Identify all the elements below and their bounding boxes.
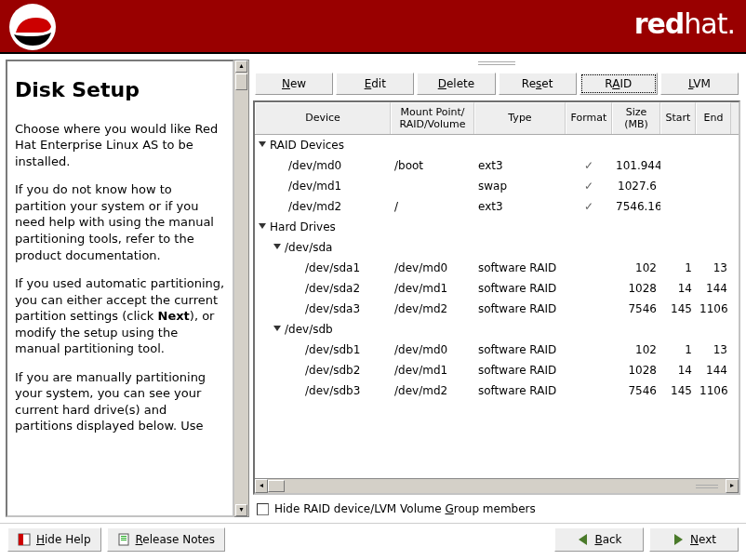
h-gripper[interactable] — [688, 479, 726, 493]
cell: 1106 — [696, 302, 731, 315]
table-row[interactable]: /dev/sdb2/dev/md1software RAID102814144 — [255, 360, 739, 380]
cell: 145 — [660, 384, 696, 397]
hide-members-checkbox[interactable] — [257, 503, 269, 515]
cell: 7546.16 — [612, 200, 660, 213]
svg-rect-4 — [121, 536, 127, 537]
table-body[interactable]: RAID Devices/dev/md0/bootext3✓101.944/de… — [255, 135, 739, 478]
col-device[interactable]: Device — [255, 102, 391, 134]
expand-icon[interactable] — [273, 244, 281, 249]
tree-group[interactable]: Hard Drives — [255, 217, 739, 237]
col-type[interactable]: Type — [474, 102, 566, 134]
table-row[interactable]: /dev/md2/ext3✓7546.16 — [255, 196, 739, 217]
tree-group[interactable]: /dev/sda — [255, 237, 739, 258]
cell: ✓ — [566, 180, 612, 193]
pane-gripper[interactable] — [253, 60, 740, 67]
cell: 1028 — [612, 282, 660, 295]
cell: /dev/md0 — [391, 343, 474, 356]
cell: software RAID — [474, 261, 566, 274]
table-row[interactable]: /dev/sda1/dev/md0software RAID102113 — [255, 258, 739, 278]
table-row[interactable]: /dev/sdb1/dev/md0software RAID102113 — [255, 340, 739, 360]
cell: software RAID — [474, 282, 566, 295]
col-start[interactable]: Start — [660, 102, 696, 134]
edit-button[interactable]: Edit — [336, 73, 414, 95]
cell: ✓ — [566, 159, 612, 172]
svg-rect-6 — [121, 540, 127, 540]
cell: 1027.6 — [612, 180, 660, 193]
svg-rect-2 — [19, 534, 23, 545]
cell: software RAID — [474, 364, 566, 377]
help-title: Disk Setup — [15, 76, 225, 104]
col-format[interactable]: Format — [566, 102, 612, 134]
cell: /dev/sda3 — [255, 302, 391, 315]
cell: 102 — [612, 261, 660, 274]
next-button[interactable]: Next — [649, 527, 739, 552]
hide-help-icon — [18, 533, 31, 546]
reset-button[interactable]: Reset — [499, 73, 577, 95]
svg-rect-5 — [121, 538, 127, 539]
tree-group[interactable]: /dev/sdb — [255, 319, 739, 340]
cell: 1 — [660, 261, 696, 274]
table-row[interactable]: /dev/sda3/dev/md2software RAID7546145110… — [255, 299, 739, 319]
raid-button[interactable]: RAID — [579, 73, 658, 95]
cell: 1 — [660, 343, 696, 356]
cell: 14 — [660, 282, 696, 295]
cell: software RAID — [474, 384, 566, 397]
col-end[interactable]: End — [696, 102, 731, 134]
cell: 13 — [696, 343, 731, 356]
cell: 7546 — [612, 384, 660, 397]
h-scroll-thumb[interactable] — [268, 480, 285, 492]
help-paragraph: If you do not know how to partition your… — [15, 181, 225, 263]
tree-group[interactable]: RAID Devices — [255, 135, 739, 155]
col-mount[interactable]: Mount Point/ RAID/Volume — [391, 102, 474, 134]
table-row[interactable]: /dev/sdb3/dev/md2software RAID7546145110… — [255, 380, 739, 401]
col-size[interactable]: Size (MB) — [612, 102, 660, 134]
scroll-thumb[interactable] — [235, 73, 247, 90]
footer-bar: Hide Help Release Notes Back Next — [0, 523, 746, 554]
redhat-shadowman-icon — [0, 0, 65, 54]
cell: 144 — [696, 282, 731, 295]
partition-toolbar: New Edit Delete Reset RAID LVM — [253, 73, 740, 95]
cell: ext3 — [474, 200, 566, 213]
group-label: /dev/sdb — [285, 323, 333, 336]
group-label: RAID Devices — [270, 139, 344, 152]
cell: /dev/md2 — [391, 384, 474, 397]
help-scrollbar[interactable]: ▴ ▾ — [234, 60, 249, 517]
cell: software RAID — [474, 302, 566, 315]
new-button[interactable]: New — [255, 73, 333, 95]
table-row[interactable]: /dev/sda2/dev/md1software RAID102814144 — [255, 278, 739, 299]
cell: /dev/md1 — [255, 180, 391, 193]
table-row[interactable]: /dev/md1swap✓1027.6 — [255, 176, 739, 196]
check-icon: ✓ — [584, 159, 593, 172]
cell: /dev/sdb2 — [255, 364, 391, 377]
scroll-down-icon[interactable]: ▾ — [235, 504, 247, 516]
next-arrow-icon — [672, 533, 685, 546]
cell: 102 — [612, 343, 660, 356]
cell: /dev/sdb1 — [255, 343, 391, 356]
hide-members-row[interactable]: Hide RAID device/LVM Volume Group member… — [253, 500, 740, 517]
scroll-left-icon[interactable]: ◂ — [255, 479, 268, 493]
scroll-right-icon[interactable]: ▸ — [726, 479, 739, 493]
help-panel: Disk Setup Choose where you would like R… — [6, 60, 234, 517]
cell: 145 — [660, 302, 696, 315]
cell: /dev/sdb3 — [255, 384, 391, 397]
scroll-up-icon[interactable]: ▴ — [235, 60, 247, 73]
hide-help-button[interactable]: Hide Help — [7, 527, 101, 552]
hide-members-label: Hide RAID device/LVM Volume Group member… — [274, 502, 536, 515]
cell: 13 — [696, 261, 731, 274]
expand-icon[interactable] — [259, 141, 266, 147]
expand-icon[interactable] — [273, 326, 281, 331]
back-button[interactable]: Back — [554, 527, 644, 552]
cell: software RAID — [474, 343, 566, 356]
expand-icon[interactable] — [259, 223, 266, 229]
cell: /dev/md1 — [391, 282, 474, 295]
group-label: Hard Drives — [270, 220, 336, 233]
check-icon: ✓ — [584, 180, 593, 193]
release-notes-button[interactable]: Release Notes — [107, 527, 225, 552]
cell: ✓ — [566, 200, 612, 213]
lvm-button[interactable]: LVM — [660, 73, 739, 95]
delete-button[interactable]: Delete — [417, 73, 495, 95]
group-label: /dev/sda — [285, 241, 332, 254]
horizontal-scrollbar[interactable]: ◂ ▸ — [255, 478, 739, 493]
table-row[interactable]: /dev/md0/bootext3✓101.944 — [255, 155, 739, 176]
help-paragraph: Choose where you would like Red Hat Ente… — [15, 121, 225, 170]
